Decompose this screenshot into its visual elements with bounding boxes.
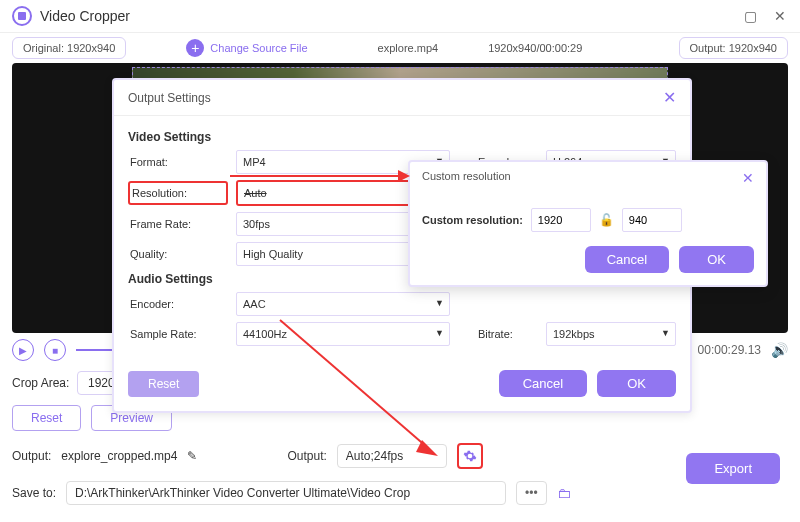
dialog-reset-button[interactable]: Reset xyxy=(128,371,199,397)
custom-resolution-popover: Custom resolution ✕ Custom resolution: 🔓… xyxy=(408,160,768,287)
audio-encoder-dropdown[interactable]: AAC xyxy=(236,292,450,316)
bitrate-dropdown[interactable]: 192kbps xyxy=(546,322,676,346)
dialog-cancel-button[interactable]: Cancel xyxy=(499,370,587,397)
export-button[interactable]: Export xyxy=(686,453,780,484)
timecode: 00:00:29.13 xyxy=(698,343,761,357)
dims-duration: 1920x940/00:00:29 xyxy=(488,42,582,54)
titlebar: Video Cropper ▢ ✕ xyxy=(0,0,800,33)
play-button[interactable]: ▶ xyxy=(12,339,34,361)
output-label-1: Output: xyxy=(12,449,51,463)
edit-filename-icon[interactable]: ✎ xyxy=(187,449,197,463)
save-path-field[interactable]: D:\ArkThinker\ArkThinker Video Converter… xyxy=(66,481,506,505)
info-bar: Original: 1920x940 + Change Source File … xyxy=(0,33,800,63)
change-source-link[interactable]: Change Source File xyxy=(210,42,307,54)
crop-area-label: Crop Area: xyxy=(12,376,69,390)
custom-height-input[interactable] xyxy=(622,208,682,232)
format-label: Format: xyxy=(128,152,228,172)
output-size-badge: Output: 1920x940 xyxy=(679,37,788,59)
popover-title: Custom resolution xyxy=(422,170,511,186)
output-row: Output: explore_cropped.mp4 ✎ Output: Au… xyxy=(0,437,800,475)
app-title: Video Cropper xyxy=(40,8,733,24)
volume-icon[interactable]: 🔊 xyxy=(771,342,788,358)
resolution-label-highlight: Resolution: xyxy=(128,181,228,205)
custom-width-input[interactable] xyxy=(531,208,591,232)
popover-ok-button[interactable]: OK xyxy=(679,246,754,273)
sample-rate-dropdown[interactable]: 44100Hz xyxy=(236,322,450,346)
original-size-badge: Original: 1920x940 xyxy=(12,37,126,59)
gear-icon[interactable] xyxy=(463,449,477,463)
app-logo-icon xyxy=(12,6,32,26)
source-filename: explore.mp4 xyxy=(378,42,439,54)
lock-aspect-icon[interactable]: 🔓 xyxy=(599,213,614,227)
browse-button[interactable]: ••• xyxy=(516,481,547,505)
dialog-close-button[interactable]: ✕ xyxy=(663,88,676,107)
video-settings-heading: Video Settings xyxy=(128,130,676,144)
reset-button[interactable]: Reset xyxy=(12,405,81,431)
minimize-button[interactable]: ▢ xyxy=(743,8,759,24)
bitrate-label: Bitrate: xyxy=(478,328,538,340)
quality-label: Quality: xyxy=(128,244,228,264)
popover-close-button[interactable]: ✕ xyxy=(742,170,754,186)
custom-resolution-label: Custom resolution: xyxy=(422,214,523,226)
save-to-row: Save to: D:\ArkThinker\ArkThinker Video … xyxy=(0,475,800,517)
dialog-title: Output Settings xyxy=(128,91,211,105)
output-settings-gear-highlight xyxy=(457,443,483,469)
save-to-label: Save to: xyxy=(12,486,56,500)
output-label-2: Output: xyxy=(287,449,326,463)
stop-button[interactable]: ■ xyxy=(44,339,66,361)
popover-cancel-button[interactable]: Cancel xyxy=(585,246,669,273)
output-filename: explore_cropped.mp4 xyxy=(61,449,177,463)
add-button[interactable]: + xyxy=(186,39,204,57)
open-folder-icon[interactable]: 🗀 xyxy=(557,485,571,501)
close-window-button[interactable]: ✕ xyxy=(772,8,788,24)
audio-encoder-label: Encoder: xyxy=(128,294,228,314)
frame-rate-label: Frame Rate: xyxy=(128,214,228,234)
output-format-field[interactable]: Auto;24fps xyxy=(337,444,447,468)
sample-rate-label: Sample Rate: xyxy=(128,324,228,344)
dialog-ok-button[interactable]: OK xyxy=(597,370,676,397)
